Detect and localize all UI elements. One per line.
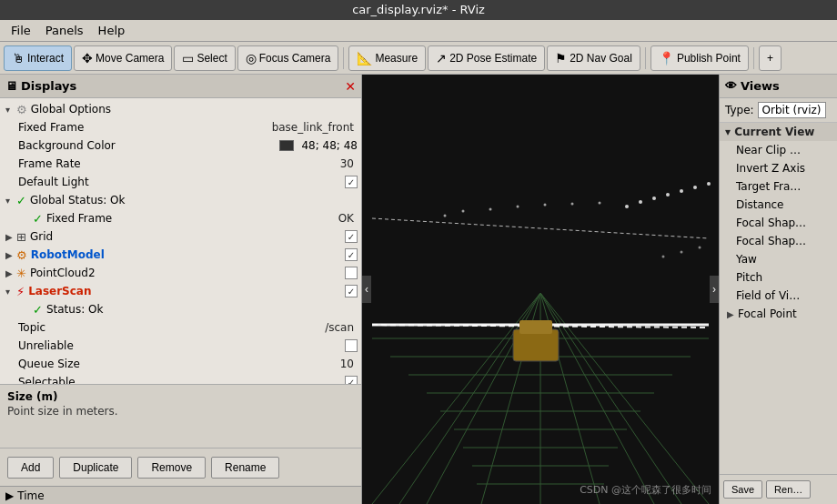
laserscan-checkbox[interactable] xyxy=(345,285,358,297)
robotmodel-item[interactable]: ▶ ⚙ RobotModel xyxy=(0,246,361,264)
2d-nav-button[interactable]: ⚑ 2D Nav Goal xyxy=(547,45,640,71)
laserscan-status-item[interactable]: ✓ Status: Ok xyxy=(0,300,361,318)
views-icon: 👁 xyxy=(725,79,737,93)
menu-panels[interactable]: Panels xyxy=(38,22,91,39)
right-panel: 👁 Views Type: Orbit (rviz) ▾ Current Vie… xyxy=(719,75,837,504)
move-camera-button[interactable]: ✥ Move Camera xyxy=(74,45,172,71)
rename-button[interactable]: Rename xyxy=(211,457,279,479)
publish-point-button[interactable]: 📍 Publish Point xyxy=(650,45,749,71)
default-light-checkbox[interactable] xyxy=(345,176,358,188)
focal-point-label: Focal Point xyxy=(738,307,797,320)
svg-point-38 xyxy=(681,251,683,254)
select-label: Select xyxy=(197,52,227,65)
menu-help[interactable]: Help xyxy=(91,22,133,39)
svg-line-11 xyxy=(481,293,540,504)
view-yaw[interactable]: Yaw xyxy=(720,250,837,268)
svg-line-10 xyxy=(427,293,540,504)
svg-point-36 xyxy=(599,202,601,205)
measure-button[interactable]: 📐 Measure xyxy=(348,45,426,71)
laserscan-selectable-item[interactable]: Selectable xyxy=(0,373,361,384)
svg-line-15 xyxy=(540,293,709,504)
global-status-expand: ▾ xyxy=(5,196,15,206)
menu-bar: File Panels Help xyxy=(0,20,837,42)
view-pitch[interactable]: Pitch xyxy=(720,268,837,287)
pointcloud2-label: PointCloud2 xyxy=(30,267,96,279)
display-tree[interactable]: ▾ ⚙ Global Options Fixed Frame base_link… xyxy=(0,98,361,384)
interact-icon: 🖱 xyxy=(12,51,25,66)
focus-camera-button[interactable]: ◎ Focus Camera xyxy=(237,45,339,71)
select-button[interactable]: ▭ Select xyxy=(174,45,235,71)
grid-checkbox[interactable] xyxy=(345,230,358,243)
field-of-view-label: Field of Vi… xyxy=(736,289,800,302)
save-view-button[interactable]: Save xyxy=(723,480,762,499)
rename-view-button[interactable]: Ren… xyxy=(766,480,811,499)
menu-file[interactable]: File xyxy=(4,22,38,39)
grid-item[interactable]: ▶ ⊞ Grid xyxy=(0,227,361,246)
view-type-label: Type: xyxy=(725,104,754,116)
view-near-clip[interactable]: Near Clip … xyxy=(720,141,837,159)
views-header: 👁 Views xyxy=(720,75,837,98)
toolbar-separator-3 xyxy=(753,47,754,69)
global-options-item[interactable]: ▾ ⚙ Global Options xyxy=(0,100,361,118)
background-color-swatch xyxy=(279,140,294,151)
view-properties-list: Near Clip … Invert Z Axis Target Fra… Di… xyxy=(720,141,837,323)
displays-close-icon[interactable]: ✕ xyxy=(345,79,356,94)
laserscan-unreliable-checkbox[interactable] xyxy=(345,339,358,352)
view-field-of-view[interactable]: Field of Vi… xyxy=(720,287,837,305)
global-status-item[interactable]: ▾ ✓ Global Status: Ok xyxy=(0,191,361,209)
viewport[interactable]: ‹ › CSDN @这个呢森了很多时间 xyxy=(362,75,719,504)
fixed-frame-item[interactable]: Fixed Frame base_link_front xyxy=(0,118,361,136)
frame-rate-item[interactable]: Frame Rate 30 xyxy=(0,155,361,173)
laserscan-topic-item[interactable]: Topic /scan xyxy=(0,318,361,337)
view-invert-z[interactable]: Invert Z Axis xyxy=(720,159,837,177)
global-status-label: Global Status: Ok xyxy=(30,194,126,207)
global-status-icon: ✓ xyxy=(16,194,26,207)
status-text: ▶ xyxy=(5,489,14,502)
pointcloud2-checkbox[interactable] xyxy=(345,267,358,279)
svg-point-25 xyxy=(693,186,697,189)
2d-pose-button[interactable]: ↗ 2D Pose Estimate xyxy=(428,45,545,71)
remove-button[interactable]: Remove xyxy=(137,457,206,479)
view-focal-shap2[interactable]: Focal Shap… xyxy=(720,232,837,250)
svg-point-20 xyxy=(625,205,629,208)
laserscan-selectable-checkbox[interactable] xyxy=(345,376,358,384)
status-label: Time xyxy=(17,489,44,502)
info-panel: Size (m) Point size in meters. xyxy=(0,384,361,448)
displays-header: 🖥 Displays ✕ xyxy=(0,75,361,98)
fixed-frame-label: Fixed Frame xyxy=(18,121,84,134)
2d-pose-label: 2D Pose Estimate xyxy=(449,52,537,65)
laserscan-queue-item[interactable]: Queue Size 10 xyxy=(0,355,361,373)
measure-icon: 📐 xyxy=(357,51,372,66)
svg-point-35 xyxy=(571,203,574,206)
frame-rate-value: 30 xyxy=(340,157,358,170)
svg-point-30 xyxy=(444,215,447,217)
default-light-item[interactable]: Default Light xyxy=(0,173,361,191)
viewport-arrow-right[interactable]: › xyxy=(710,276,719,303)
view-focal-shap1[interactable]: Focal Shap… xyxy=(720,214,837,232)
view-target-fra[interactable]: Target Fra… xyxy=(720,177,837,196)
laserscan-item[interactable]: ▾ ⚡ LaserScan xyxy=(0,282,361,300)
publish-point-label: Publish Point xyxy=(677,52,741,65)
view-focal-point[interactable]: ▶ Focal Point xyxy=(720,305,837,323)
viewport-arrow-left[interactable]: ‹ xyxy=(362,276,371,303)
interact-button[interactable]: 🖱 Interact xyxy=(4,45,72,71)
laserscan-expand: ▾ xyxy=(5,287,15,297)
svg-line-9 xyxy=(372,293,540,504)
pointcloud2-icon: ✳ xyxy=(16,267,26,280)
add-button[interactable]: Add xyxy=(7,457,54,479)
laserscan-unreliable-item[interactable]: Unreliable xyxy=(0,337,361,355)
robotmodel-checkbox[interactable] xyxy=(345,248,358,261)
svg-point-39 xyxy=(699,247,701,249)
fixed-frame-status-item[interactable]: ✓ Fixed Frame OK xyxy=(0,209,361,227)
add-display-button[interactable]: + xyxy=(759,45,782,71)
view-type-select[interactable]: Orbit (rviz) xyxy=(758,102,826,118)
displays-label: Displays xyxy=(21,79,76,93)
toolbar: 🖱 Interact ✥ Move Camera ▭ Select ◎ Focu… xyxy=(0,42,837,75)
status-bar: ▶ Time xyxy=(0,486,361,504)
background-color-item[interactable]: Background Color 48; 48; 48 xyxy=(0,136,361,155)
scene-svg xyxy=(362,75,719,504)
duplicate-button[interactable]: Duplicate xyxy=(59,457,132,479)
view-distance[interactable]: Distance xyxy=(720,196,837,214)
svg-line-16 xyxy=(399,293,540,504)
pointcloud2-item[interactable]: ▶ ✳ PointCloud2 xyxy=(0,264,361,282)
